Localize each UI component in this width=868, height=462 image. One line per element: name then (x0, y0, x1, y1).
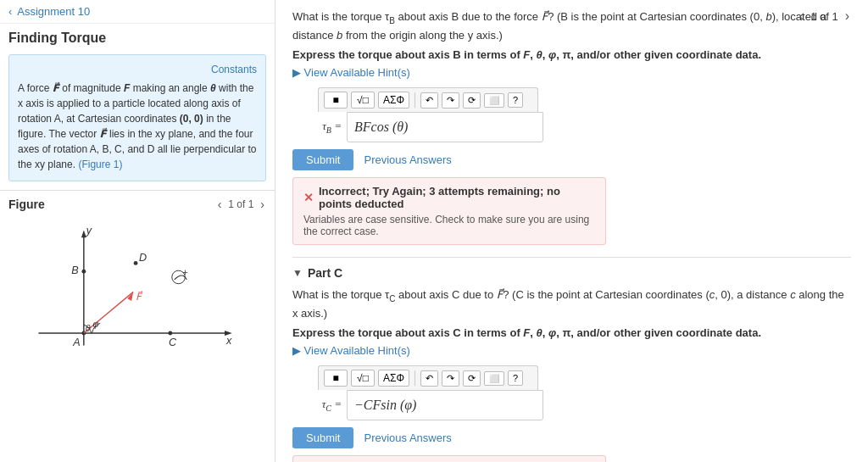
part-b-help-btn[interactable]: ? (508, 92, 523, 108)
back-arrow-icon: ‹ (8, 5, 12, 18)
part-c-toolbar-sep-1 (415, 370, 415, 386)
part-b-symbols-btn[interactable]: ΑΣΦ (378, 92, 409, 109)
part-b-express: Express the torque about axis B in terms… (292, 48, 851, 61)
constants-section: Constants A force F⃗ of magnitude F maki… (8, 54, 266, 181)
part-c-hint-link[interactable]: ▶ View Available Hint(s) (292, 344, 851, 357)
figure-nav-text: 1 of 1 (228, 198, 253, 210)
pagination-text: 1 of 1 (810, 10, 838, 23)
part-b-prev-answers[interactable]: Previous Answers (364, 153, 451, 166)
part-b-feedback-header: ✕ Incorrect; Try Again; 3 attempts remai… (303, 185, 595, 210)
part-b-input-label: τB = (318, 120, 342, 135)
part-b-feedback: ✕ Incorrect; Try Again; 3 attempts remai… (292, 177, 606, 245)
part-c-title: Part C (308, 266, 342, 280)
part-b-keyboard-btn[interactable]: ⬜ (484, 93, 504, 108)
svg-text:C: C (169, 337, 177, 348)
part-c-reset-btn[interactable]: ⟳ (463, 370, 481, 387)
part-b-hint-arrow: ▶ (292, 66, 301, 79)
part-b-question: What is the torque τB about axis B due t… (292, 8, 851, 43)
part-c-submit-row: Submit Previous Answers (292, 427, 851, 448)
part-b-hint-link[interactable]: ▶ View Available Hint(s) (292, 66, 851, 79)
part-c-keyboard-btn[interactable]: ⬜ (484, 371, 504, 386)
part-c-feedback: ✕ Incorrect; Try Again; 5 attempts remai… (292, 455, 606, 462)
svg-text:x: x (225, 335, 232, 347)
figure-diagram: y x B D A (8, 218, 266, 362)
left-panel: ‹ Assignment 10 Finding Torque Constants… (0, 0, 275, 462)
assignment-back-label: Assignment 10 (17, 5, 90, 18)
assignment-header: ‹ Assignment 10 (0, 0, 275, 24)
part-c-input[interactable]: − CF sin (φ) (347, 390, 543, 420)
figure-title: Figure (8, 198, 45, 211)
part-c-toolbar: ■ √□ ΑΣΦ ↶ ↷ ⟳ ⬜ ? (318, 365, 538, 390)
svg-line-14 (84, 292, 133, 333)
figure-svg: y x B D A (8, 218, 266, 362)
part-b-toolbar: ■ √□ ΑΣΦ ↶ ↷ ⟳ ⬜ ? (318, 87, 538, 112)
svg-point-8 (134, 261, 138, 265)
figure-prev-btn[interactable]: ‹ (216, 198, 224, 211)
part-c-symbols-btn[interactable]: ΑΣΦ (378, 370, 409, 387)
constants-text: A force F⃗ of magnitude F making an angl… (18, 81, 257, 172)
svg-text:y: y (86, 225, 92, 237)
part-b-matrix-btn[interactable]: ■ (324, 92, 348, 109)
part-c-sqrt-btn[interactable]: √□ (351, 370, 375, 387)
part-b-section: What is the torque τB about axis B due t… (292, 8, 851, 245)
part-c-submit-btn[interactable]: Submit (292, 427, 353, 448)
svg-text:θ: θ (86, 323, 91, 333)
figure-nav: ‹ 1 of 1 › (216, 198, 266, 211)
part-b-sqrt-btn[interactable]: √□ (351, 92, 375, 109)
part-c-matrix-btn[interactable]: ■ (324, 370, 348, 387)
part-c-question: What is the torque τC about axis C due t… (292, 287, 851, 321)
part-divider (292, 257, 851, 258)
part-b-error-icon: ✕ (303, 191, 314, 204)
top-pagination: ‹ 1 of 1 › (798, 8, 851, 24)
right-panel: What is the torque τB about axis B due t… (275, 0, 868, 462)
svg-text:B: B (71, 264, 78, 276)
part-b-feedback-title: Incorrect; Try Again; 3 attempts remaini… (319, 185, 595, 210)
svg-point-12 (168, 331, 172, 336)
svg-text:φ: φ (93, 319, 99, 329)
part-c-prev-answers[interactable]: Previous Answers (364, 431, 451, 444)
svg-text:A: A (72, 337, 80, 348)
part-b-submit-btn[interactable]: Submit (292, 149, 353, 170)
part-b-undo-btn[interactable]: ↶ (420, 92, 438, 109)
page-title: Finding Torque (0, 24, 275, 54)
part-c-collapse-icon[interactable]: ▼ (292, 267, 303, 279)
part-b-submit-row: Submit Previous Answers (292, 149, 851, 170)
part-c-input-row: τC = − CF sin (φ) (318, 390, 851, 420)
part-c-undo-btn[interactable]: ↶ (420, 370, 438, 387)
part-c-hint-arrow: ▶ (292, 344, 301, 357)
part-c-input-label: τC = (318, 398, 342, 413)
constants-link[interactable]: Constants (18, 64, 257, 75)
pagination-prev[interactable]: ‹ (798, 8, 805, 24)
part-c-express: Express the torque about axis C in terms… (292, 326, 851, 339)
part-c-redo-btn[interactable]: ↷ (442, 370, 459, 387)
part-b-reset-btn[interactable]: ⟳ (463, 92, 481, 109)
part-b-input-row: τB = BF cos (θ) (318, 112, 851, 142)
figure-next-btn[interactable]: › (259, 198, 266, 211)
svg-text:D: D (139, 252, 147, 264)
svg-point-6 (81, 270, 86, 274)
toolbar-sep-1 (415, 92, 415, 108)
figure-section: Figure ‹ 1 of 1 › (0, 190, 275, 369)
svg-text:F⃗: F⃗ (136, 291, 143, 302)
part-c-help-btn[interactable]: ? (508, 370, 523, 386)
assignment-back-link[interactable]: ‹ Assignment 10 (8, 5, 90, 18)
part-c-header-row: ▼ Part C (292, 266, 851, 280)
figure-header: Figure ‹ 1 of 1 › (8, 198, 266, 211)
part-b-input[interactable]: BF cos (θ) (347, 112, 543, 142)
part-c-section: ▼ Part C What is the torque τC about axi… (292, 266, 851, 462)
pagination-next[interactable]: › (843, 8, 851, 24)
part-b-feedback-body: Variables are case sensitive. Check to m… (303, 214, 595, 237)
part-b-redo-btn[interactable]: ↷ (442, 92, 459, 109)
